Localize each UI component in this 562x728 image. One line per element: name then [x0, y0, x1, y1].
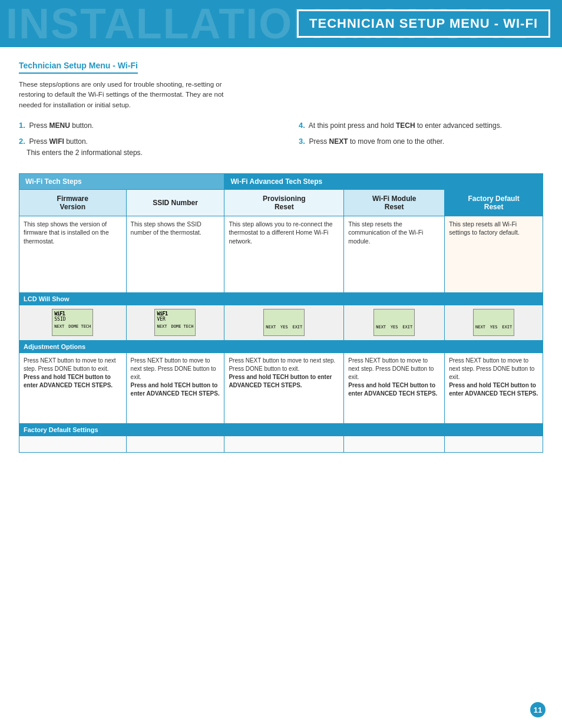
main-content: Technician Setup Menu - Wi-Fi These step… [0, 47, 562, 465]
lcd-screen-wifi-module: NEXTYESEXIT [373, 309, 415, 336]
lcd-provisioning: NEXTYESEXIT [224, 305, 344, 340]
desc-row: This step shows the version of firmware … [19, 216, 543, 292]
step-3-num: 3. [299, 137, 305, 146]
lcd-row: WiF1 SSID NEXTDOME TECH WiF1 VER NEXTDOM… [19, 305, 543, 340]
factory-data-row [19, 436, 543, 452]
steps-left: 1. Press MENU button. 2. Press WIFI butt… [19, 120, 263, 163]
adj-factory: Press NEXT button to move to next step. … [445, 353, 543, 423]
adj-wifi-module: Press NEXT button to move to next step. … [344, 353, 445, 423]
col-header-ssid: SSID Number [126, 189, 224, 216]
intro-text: These steps/options are only used for tr… [19, 80, 243, 110]
section-title: Technician Setup Menu - Wi-Fi [19, 61, 138, 74]
lcd-wifi-module: NEXTYESEXIT [344, 305, 445, 340]
factory-label: Factory Default Settings [19, 423, 543, 436]
table-group-header: Wi-Fi Tech Steps Wi-Fi Advanced Tech Ste… [19, 173, 543, 189]
lcd-screen-provisioning: NEXTYESEXIT [263, 309, 305, 336]
adj-row: Press NEXT button to move to next step. … [19, 353, 543, 423]
desc-firmware: This step shows the version of firmware … [19, 216, 127, 292]
lcd-screen-ssid: WiF1 VER NEXTDOME TECH [154, 309, 196, 336]
step-4: 4. At this point press and hold TECH to … [299, 120, 543, 131]
lcd-factory: NEXTYESEXIT [445, 305, 543, 340]
col-header-factory: Factory DefaultReset [445, 189, 543, 216]
step-2-num: 2. [19, 137, 25, 146]
col-header-row: FirmwareVersion SSID Number Provisioning… [19, 189, 543, 216]
step-3: 3. Press NEXT to move from one to the ot… [299, 136, 543, 147]
lcd-ssid: WiF1 VER NEXTDOME TECH [126, 305, 224, 340]
factory-data-ssid [126, 436, 224, 452]
col-header-wifi-module: Wi-Fi ModuleReset [344, 189, 445, 216]
col-header-firmware: FirmwareVersion [19, 189, 127, 216]
header-title: TECHNICIAN SETUP MENU - Wi-Fi [309, 16, 538, 31]
tech-steps-label: Wi-Fi Tech Steps [19, 173, 224, 189]
step-2: 2. Press WIFI button. This enters the 2 … [19, 136, 263, 158]
step-1-num: 1. [19, 121, 25, 130]
lcd-screen-factory: NEXTYESEXIT [473, 309, 514, 336]
wifi-table: Wi-Fi Tech Steps Wi-Fi Advanced Tech Ste… [19, 173, 543, 453]
factory-data-provisioning [224, 436, 344, 452]
step-4-num: 4. [299, 121, 305, 130]
adj-header-row: Adjustment Options [19, 340, 543, 353]
page-number: 11 [530, 702, 546, 717]
lcd-header-row: LCD Will Show [19, 292, 543, 305]
desc-provisioning: This step allows you to re-connect the t… [224, 216, 344, 292]
step-1: 1. Press MENU button. [19, 120, 263, 131]
col-header-provisioning: ProvisioningReset [224, 189, 344, 216]
lcd-firmware: WiF1 SSID NEXTDOME TECH [19, 305, 127, 340]
adj-label: Adjustment Options [19, 340, 543, 353]
steps-right: 4. At this point press and hold TECH to … [299, 120, 543, 163]
adj-firmware: Press NEXT button to move to next step. … [19, 353, 127, 423]
lcd-screen-firmware: WiF1 SSID NEXTDOME TECH [52, 309, 93, 336]
factory-header-row: Factory Default Settings [19, 423, 543, 436]
desc-wifi-module: This step resets the communication of th… [344, 216, 445, 292]
factory-data-firmware [19, 436, 127, 452]
adj-ssid: Press NEXT button to move to next step. … [126, 353, 224, 423]
steps-container: 1. Press MENU button. 2. Press WIFI butt… [19, 120, 543, 163]
factory-data-factory [445, 436, 543, 452]
lcd-label: LCD Will Show [19, 292, 543, 305]
page-header: INSTALLATION MANUAL TECHNICIAN SETUP MEN… [0, 0, 562, 47]
desc-factory: This step resets all Wi-Fi settings to f… [445, 216, 543, 292]
factory-data-wifi-module [344, 436, 445, 452]
adj-provisioning: Press NEXT button to move to next step. … [224, 353, 344, 423]
desc-ssid: This step shows the SSID number of the t… [126, 216, 224, 292]
advanced-steps-label: Wi-Fi Advanced Tech Steps [224, 173, 543, 189]
header-title-box: TECHNICIAN SETUP MENU - Wi-Fi [297, 9, 550, 38]
